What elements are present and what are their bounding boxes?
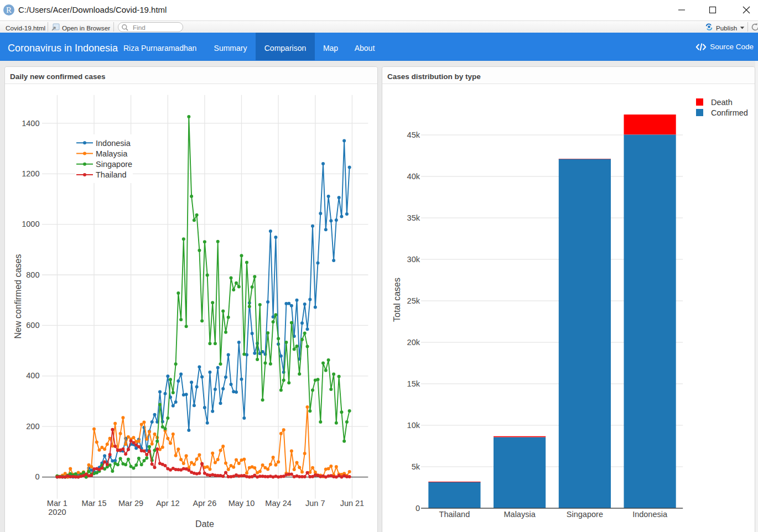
svg-text:Thailand: Thailand xyxy=(96,170,127,179)
svg-text:Apr 12: Apr 12 xyxy=(156,499,180,508)
svg-text:Malaysia: Malaysia xyxy=(96,149,128,158)
svg-text:0: 0 xyxy=(416,504,420,513)
svg-text:Singapore: Singapore xyxy=(567,510,603,519)
svg-text:May 24: May 24 xyxy=(265,499,292,508)
svg-text:30k: 30k xyxy=(407,255,420,264)
svg-text:5k: 5k xyxy=(412,462,420,471)
svg-text:Singapore: Singapore xyxy=(96,160,132,169)
svg-text:Confirmed: Confirmed xyxy=(711,108,748,117)
svg-text:Mar 15: Mar 15 xyxy=(81,499,106,508)
svg-text:Thailand: Thailand xyxy=(439,510,470,519)
svg-text:20k: 20k xyxy=(407,338,420,347)
svg-text:Date: Date xyxy=(195,519,214,529)
svg-text:1400: 1400 xyxy=(22,119,39,128)
svg-text:May 10: May 10 xyxy=(229,499,255,508)
svg-text:1200: 1200 xyxy=(22,169,39,178)
svg-text:Indonesia: Indonesia xyxy=(632,510,668,519)
svg-text:Malaysia: Malaysia xyxy=(503,510,536,519)
svg-text:Indonesia: Indonesia xyxy=(96,139,131,148)
svg-text:800: 800 xyxy=(26,270,39,279)
svg-text:Mar 1: Mar 1 xyxy=(47,499,68,508)
svg-text:10k: 10k xyxy=(407,421,420,430)
svg-text:Death: Death xyxy=(711,98,733,107)
svg-text:45k: 45k xyxy=(407,131,420,139)
svg-text:25k: 25k xyxy=(407,296,420,305)
svg-text:Total cases: Total cases xyxy=(392,278,402,322)
svg-text:35k: 35k xyxy=(407,213,420,222)
svg-text:2020: 2020 xyxy=(48,508,66,517)
svg-text:New confirmed cases: New confirmed cases xyxy=(13,254,23,339)
svg-text:40k: 40k xyxy=(407,172,420,181)
svg-text:Mar 29: Mar 29 xyxy=(118,499,143,508)
svg-text:400: 400 xyxy=(26,371,39,380)
svg-text:Apr 26: Apr 26 xyxy=(193,499,217,508)
svg-text:200: 200 xyxy=(26,422,39,431)
svg-text:15k: 15k xyxy=(407,379,420,388)
svg-text:0: 0 xyxy=(35,472,39,481)
svg-text:Jun 7: Jun 7 xyxy=(305,499,325,508)
svg-text:600: 600 xyxy=(26,321,39,330)
svg-text:Jun 21: Jun 21 xyxy=(340,499,365,508)
svg-text:1000: 1000 xyxy=(22,220,39,228)
